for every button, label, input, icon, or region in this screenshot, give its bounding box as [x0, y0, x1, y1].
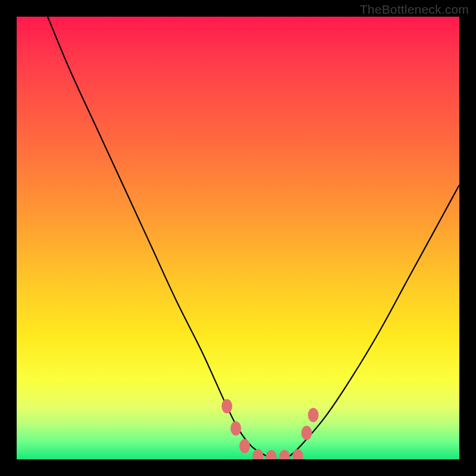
- watermark-text: TheBottleneck.com: [360, 2, 469, 17]
- chart-plot-area: [17, 17, 459, 459]
- chart-frame: TheBottleneck.com: [0, 0, 476, 476]
